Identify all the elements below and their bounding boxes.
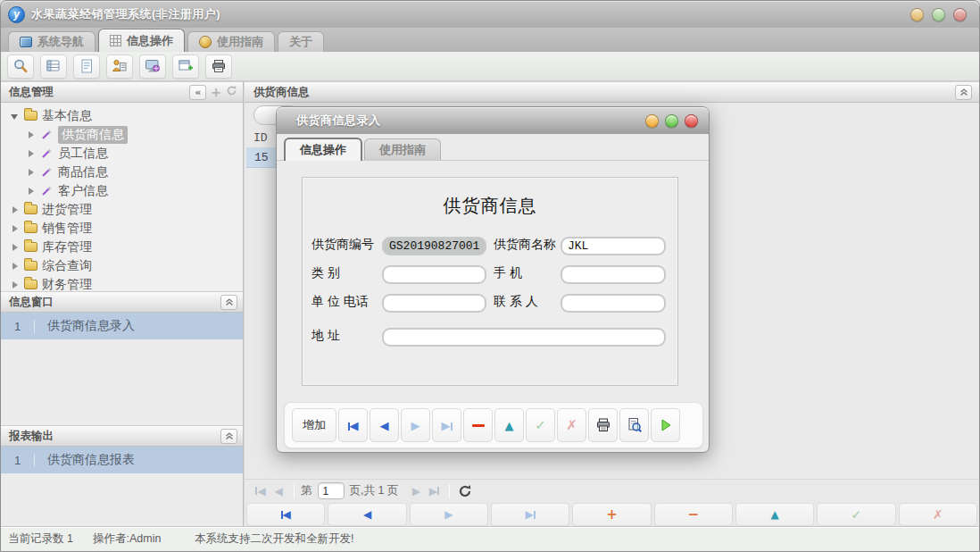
window-add-button[interactable]: [172, 54, 199, 79]
expand-arrow-icon[interactable]: [10, 205, 21, 215]
expand-arrow-icon[interactable]: [26, 130, 37, 140]
print-record-button[interactable]: [588, 408, 618, 442]
dialog-maximize-button[interactable]: [665, 114, 678, 128]
application-window: y 水果蔬菜经销管理系统(非注册用户) 系统导航 信息操作 使用指南 关于: [0, 0, 980, 552]
category-field[interactable]: [382, 265, 486, 284]
expand-arrow-icon[interactable]: [26, 148, 37, 159]
dialog-minimize-button[interactable]: [645, 114, 659, 128]
monitor-globe-icon: [145, 58, 161, 74]
category-label: 类 别: [311, 265, 340, 281]
tab-system-nav[interactable]: 系统导航: [8, 31, 96, 52]
address-field[interactable]: [382, 328, 666, 347]
list-item-label: 供货商信息录入: [35, 318, 135, 334]
collapse-panel-button[interactable]: [220, 295, 237, 310]
record-cancel-button[interactable]: ✗: [899, 503, 977, 526]
add-node-icon[interactable]: +: [211, 86, 221, 98]
run-report-button[interactable]: [651, 408, 680, 442]
confirm-button[interactable]: ✓: [526, 408, 555, 442]
last-record-button[interactable]: ▶: [432, 408, 461, 442]
contact-field[interactable]: [561, 294, 666, 313]
collapse-sidebar-button[interactable]: «: [189, 85, 206, 100]
window-plus-icon: [178, 58, 194, 74]
tree-item-inventory-mgmt[interactable]: 库存管理: [1, 238, 243, 256]
expand-arrow-icon[interactable]: [10, 280, 21, 290]
list-view-button[interactable]: [40, 54, 67, 79]
record-delete-button[interactable]: −: [654, 503, 733, 526]
record-add-button[interactable]: +: [572, 503, 651, 526]
tab-info-operations[interactable]: 信息操作: [98, 29, 185, 52]
expand-arrow-icon[interactable]: [10, 242, 21, 253]
dialog-toolbar: 增加 ◀ ◀ ▶ ▶ ▲ ✓ ✗: [284, 402, 703, 448]
tree-item-employee-info[interactable]: 员工信息: [1, 144, 243, 163]
folder-icon: [24, 280, 37, 289]
supplier-name-field[interactable]: [561, 237, 666, 255]
page-number-input[interactable]: [318, 482, 345, 499]
tree-item-query[interactable]: 综合查询: [1, 256, 243, 275]
search-button[interactable]: [7, 54, 34, 79]
first-record-button[interactable]: ◀: [338, 408, 368, 442]
record-last-button[interactable]: ▶: [491, 503, 569, 526]
collapse-panel-button[interactable]: [220, 429, 237, 444]
move-up-button[interactable]: ▲: [494, 408, 524, 442]
refresh-tree-icon[interactable]: [226, 85, 237, 99]
tree-item-label: 综合查询: [42, 258, 92, 274]
expand-arrow-icon[interactable]: [10, 223, 21, 234]
refresh-icon[interactable]: [456, 483, 474, 499]
dialog-close-button[interactable]: [685, 114, 698, 128]
dialog-window-controls: [645, 114, 698, 128]
first-page-icon[interactable]: ◀: [252, 483, 270, 499]
add-record-button[interactable]: 增加: [292, 408, 336, 442]
tab-user-guide[interactable]: 使用指南: [187, 31, 275, 52]
expand-arrow-icon[interactable]: [26, 167, 37, 178]
collapse-arrow-icon[interactable]: [10, 111, 21, 121]
tree-item-finance-mgmt[interactable]: 财务管理: [1, 275, 243, 291]
record-next-button[interactable]: ▶: [410, 503, 488, 526]
previous-page-icon[interactable]: ◀: [270, 483, 287, 499]
print-preview-button[interactable]: [619, 408, 649, 442]
dialog-tab-user-guide[interactable]: 使用指南: [364, 138, 441, 160]
print-button[interactable]: [205, 54, 232, 79]
list-item-supplier-report[interactable]: 1 供货商信息报表: [1, 447, 243, 474]
minimize-button[interactable]: [910, 8, 924, 21]
tab-about[interactable]: 关于: [278, 31, 324, 52]
next-page-icon[interactable]: ▶: [407, 483, 425, 499]
tree-item-sales-mgmt[interactable]: 销售管理: [1, 219, 243, 238]
cancel-button[interactable]: ✗: [557, 408, 586, 442]
list-item-supplier-entry[interactable]: 1 供货商信息录入: [1, 313, 243, 340]
record-previous-button[interactable]: ◀: [328, 503, 406, 526]
tree-item-product-info[interactable]: 商品信息: [1, 163, 243, 181]
previous-record-button[interactable]: ◀: [370, 408, 399, 442]
dialog-tab-info-operations[interactable]: 信息操作: [284, 138, 362, 161]
document-button[interactable]: [73, 54, 100, 79]
close-button[interactable]: [953, 8, 967, 21]
grid-icon: [110, 35, 121, 46]
tree-item-customer-info[interactable]: 客户信息: [1, 181, 243, 200]
collapse-main-panel-button[interactable]: [955, 85, 972, 100]
tab-label: 系统导航: [37, 34, 84, 50]
system-nav-icon: [20, 37, 32, 47]
title-bar: y 水果蔬菜经销管理系统(非注册用户): [1, 1, 979, 28]
operator-label: 操作者:Admin: [93, 531, 195, 547]
record-confirm-button[interactable]: ✓: [817, 503, 895, 526]
monitor-button[interactable]: [139, 54, 166, 79]
mobile-field[interactable]: [561, 265, 666, 284]
printer-icon: [595, 417, 611, 433]
unit-phone-field[interactable]: [382, 294, 486, 313]
tree-item-label: 基本信息: [42, 108, 92, 124]
last-page-icon[interactable]: ▶: [425, 483, 443, 499]
tree-item-supplier-info[interactable]: 供货商信息: [1, 125, 243, 144]
supplier-entry-dialog: 供货商信息录入 信息操作 使用指南 供货商信息 供货商编号 供货商名称 类 别 …: [276, 106, 710, 453]
next-record-button[interactable]: ▶: [401, 408, 430, 442]
employee-report-button[interactable]: [106, 54, 133, 79]
tree-item-purchase-mgmt[interactable]: 进货管理: [1, 200, 243, 219]
tree-item-basic-info[interactable]: 基本信息: [1, 106, 243, 125]
main-panel-title: 供货商信息: [253, 85, 310, 100]
wand-icon: [40, 185, 54, 197]
delete-record-button[interactable]: [463, 408, 493, 442]
expand-arrow-icon[interactable]: [10, 261, 21, 272]
supplier-code-field[interactable]: [382, 237, 486, 255]
maximize-button[interactable]: [932, 8, 945, 21]
record-first-button[interactable]: ◀: [246, 503, 325, 526]
expand-arrow-icon[interactable]: [26, 186, 37, 197]
record-up-button[interactable]: ▲: [735, 503, 814, 526]
